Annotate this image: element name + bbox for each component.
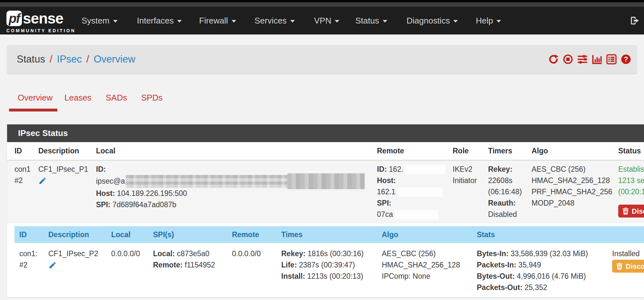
redaction-box [405, 165, 446, 174]
caret-down-icon [383, 20, 387, 23]
sliders-icon[interactable] [577, 54, 588, 64]
spi-remote-label: Remote: [153, 261, 183, 269]
breadcrumb: Status / IPsec / Overview [17, 45, 135, 73]
rekey-label: Rekey: [281, 249, 305, 258]
edit-pencil-icon[interactable] [48, 261, 57, 269]
caret-down-icon [177, 20, 182, 23]
rekey-seconds: 22608s [488, 175, 528, 186]
breadcrumb-link-overview[interactable]: Overview [94, 53, 135, 65]
phase2-table: ID Description Local SPI(s) Remote Times… [14, 226, 644, 297]
cell-times: Rekey: 1816s (00:30:16) Life: 2387s (00:… [279, 243, 379, 297]
nav-item-services[interactable]: Services [255, 7, 295, 34]
tab-sads[interactable]: SADs [106, 93, 127, 103]
algo-hmac: HMAC_SHA2_256_128 [532, 175, 614, 186]
bytes-in-value: 33,586,939 (32.03 MiB) [511, 249, 588, 258]
cell-timers: Rekey: 22608s (06:16:48) Reauth: Disable… [485, 160, 528, 223]
redaction-box [398, 187, 443, 197]
redaction-box [395, 210, 438, 219]
local-spi-value: 7d689f64a7ad087b [112, 200, 176, 209]
remote-network: 0.0.0.0/0 [232, 248, 279, 259]
phase2-header-row: ID Description Local SPI(s) Remote Times… [14, 226, 644, 243]
refresh-icon[interactable] [548, 54, 559, 64]
reauth-value: Disabled [488, 209, 528, 220]
breadcrumb-panel: Status / IPsec / Overview [7, 45, 637, 73]
description-text: CF1_IPsec_P2 [48, 248, 108, 259]
col-header-description: Description [43, 226, 108, 243]
life-label: Life: [281, 261, 297, 269]
role-version: IKEv2 [453, 164, 485, 175]
nav-item-label: Status [355, 16, 379, 26]
spi-remote-value: f1154952 [185, 261, 215, 269]
nav-item-help[interactable]: Help [476, 7, 501, 34]
algo-ipcomp: IPComp: None [382, 271, 474, 282]
status-tabs: Overview Leases SADs SPDs [0, 93, 644, 112]
cell-id: con1: #2 [14, 243, 43, 297]
tab-overview[interactable]: Overview [18, 93, 53, 103]
disconnect-button[interactable]: Disconnect [612, 260, 644, 273]
nav-item-system[interactable]: System [82, 7, 118, 34]
tab-leases[interactable]: Leases [64, 93, 91, 103]
nav-item-label: VPN [314, 16, 331, 26]
algo-hmac: HMAC_SHA2_256_128 [382, 259, 474, 271]
col-header-times: Times [279, 226, 379, 243]
tab-spds[interactable]: SPDs [141, 93, 162, 103]
nav-item-vpn[interactable]: VPN [314, 7, 339, 34]
nav-item-firewall[interactable]: Firewall [199, 7, 236, 34]
connection-id-sub: #2 [14, 175, 34, 186]
remote-id-label: ID: [377, 165, 387, 173]
disconnect-label: Disconnect [632, 206, 644, 217]
edit-pencil-icon[interactable] [38, 177, 47, 185]
nav-item-interfaces[interactable]: Interfaces [137, 7, 182, 34]
breadcrumb-link-ipsec[interactable]: IPsec [57, 53, 82, 65]
stop-icon[interactable] [563, 54, 573, 64]
col-header-timers: Timers [485, 142, 528, 160]
nav-item-status[interactable]: Status [355, 7, 387, 34]
col-header-stats: Stats [474, 226, 609, 243]
disconnect-button[interactable]: Disconnect [618, 205, 644, 218]
cell-stats: Bytes-In: 33,586,939 (32.03 MiB) Packets… [474, 243, 609, 297]
nav-item-diagnostics[interactable]: Diagnostics [407, 7, 458, 34]
cell-local: 0.0.0.0/0 [108, 243, 150, 297]
col-header-local: Local [108, 226, 150, 243]
remote-id-value: 162. [389, 165, 403, 173]
col-header-algo: Algo [528, 142, 614, 160]
life-value: 2387s (00:39:47) [299, 261, 355, 269]
breadcrumb-separator: / [50, 53, 53, 65]
connection-id: con1 [14, 164, 34, 175]
cell-description: CF1_IPsec_P1 [34, 160, 92, 223]
child-id-sub: #2 [19, 259, 43, 271]
status-seconds: 1213 seconds [618, 175, 644, 186]
redaction-mosaic [126, 175, 365, 188]
col-header-spis: SPI(s) [150, 226, 229, 243]
trash-icon [616, 263, 623, 270]
sign-out-icon[interactable] [629, 15, 639, 26]
panel-heading: IPsec Status [7, 124, 644, 142]
local-host-value: 104.189.226.195:500 [117, 189, 187, 198]
trash-icon [622, 208, 629, 215]
col-header-remote: Remote [374, 142, 449, 160]
nav-item-label: Diagnostics [407, 16, 450, 26]
phase1-row: con1 #2 CF1_IPsec_P1 ID: ipsec@a [7, 160, 644, 223]
algo-prf: PRF_HMAC_SHA2_256 [532, 186, 614, 198]
algo-dhgroup: MODP_2048 [532, 198, 614, 209]
local-id-value: ipsec@a [96, 177, 125, 185]
remote-host-value: 162.1 [377, 188, 396, 196]
cell-remote: 0.0.0.0/0 [229, 243, 279, 297]
list-icon[interactable] [606, 54, 617, 64]
col-header-id: ID [14, 226, 43, 243]
bar-chart-icon[interactable] [592, 54, 602, 64]
help-icon[interactable]: ? [621, 54, 631, 64]
page-action-icons: ? [548, 45, 631, 73]
pfsense-logo[interactable]: pf sense COMMUNITY EDITION [6, 10, 76, 33]
phase2-row: con1: #2 CF1_IPsec_P2 0.0.0.0/0 [14, 243, 644, 297]
breadcrumb-separator: / [86, 53, 89, 65]
caret-down-icon [453, 20, 458, 23]
window-top-bar [0, 0, 644, 2]
breadcrumb-section: Status [17, 53, 45, 65]
col-header-status: Status [614, 142, 644, 160]
local-id-label: ID: [96, 165, 106, 173]
nav-item-label: Services [255, 16, 287, 26]
caret-down-icon [113, 20, 118, 23]
cell-spis: Local: c873e5a0 Remote: f1154952 [150, 243, 229, 297]
rekey-value: 1816s (00:30:16) [308, 249, 364, 258]
